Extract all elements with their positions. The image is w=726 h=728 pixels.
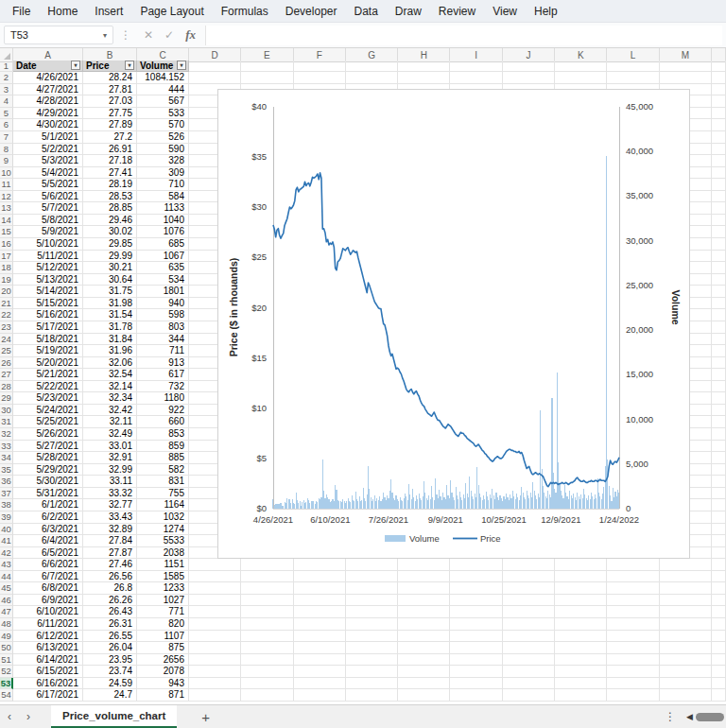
row-header-27[interactable]: 27 xyxy=(0,369,13,381)
cell-price[interactable]: 26.55 xyxy=(83,631,137,643)
cell[interactable] xyxy=(189,666,241,678)
cell[interactable] xyxy=(294,606,346,618)
row-header-37[interactable]: 37 xyxy=(0,488,13,500)
cell[interactable] xyxy=(241,689,293,702)
filter-button[interactable]: ▾ xyxy=(125,61,134,70)
cell-price[interactable]: 26.04 xyxy=(83,642,137,654)
cell[interactable] xyxy=(712,631,726,643)
cell-volume[interactable]: 803 xyxy=(137,321,189,334)
cell[interactable] xyxy=(712,618,726,631)
cell-price[interactable]: 31.75 xyxy=(83,286,137,298)
cell-volume[interactable]: 711 xyxy=(137,345,189,357)
cell[interactable] xyxy=(712,286,726,298)
row-header-19[interactable]: 19 xyxy=(0,274,13,286)
cell-price[interactable]: 28.53 xyxy=(83,191,137,203)
cell[interactable] xyxy=(294,689,346,702)
row-header-21[interactable]: 21 xyxy=(0,298,13,310)
row-header-24[interactable]: 24 xyxy=(0,334,13,346)
row-header-53[interactable]: 53 xyxy=(0,678,13,690)
cell[interactable] xyxy=(450,642,502,654)
row-header-11[interactable]: 11 xyxy=(0,179,13,191)
cell[interactable] xyxy=(712,392,726,405)
row-header-43[interactable]: 43 xyxy=(0,559,13,571)
cell[interactable] xyxy=(712,642,726,654)
cell[interactable] xyxy=(712,488,726,500)
cell[interactable] xyxy=(346,595,398,607)
cell-volume[interactable]: 1067 xyxy=(137,251,189,263)
cell[interactable] xyxy=(660,678,712,690)
cell-date[interactable]: 6/12/2021 xyxy=(13,631,83,643)
cell-volume[interactable]: 567 xyxy=(137,95,189,108)
cell-date[interactable]: 5/18/2021 xyxy=(13,334,83,346)
cell[interactable] xyxy=(346,582,398,595)
hscrollbar-thumb[interactable] xyxy=(696,713,724,721)
cell[interactable] xyxy=(450,61,502,73)
cell[interactable] xyxy=(660,606,712,618)
cell[interactable] xyxy=(346,618,398,631)
cell[interactable] xyxy=(398,72,450,84)
cell-price[interactable]: 26.91 xyxy=(83,144,137,156)
cell[interactable] xyxy=(660,595,712,607)
cell-price[interactable]: 27.2 xyxy=(83,131,137,144)
cell[interactable] xyxy=(712,95,726,108)
cell-date[interactable]: 6/13/2021 xyxy=(13,642,83,654)
cell-date[interactable]: 6/2/2021 xyxy=(13,511,83,524)
cell[interactable] xyxy=(450,606,502,618)
cell[interactable] xyxy=(712,334,726,346)
row-header-45[interactable]: 45 xyxy=(0,582,13,595)
cell-date[interactable]: 5/24/2021 xyxy=(13,405,83,417)
cell[interactable] xyxy=(346,72,398,84)
cell[interactable] xyxy=(607,61,659,73)
cell[interactable] xyxy=(712,689,726,702)
cell-date[interactable]: 5/30/2021 xyxy=(13,476,83,488)
cell[interactable] xyxy=(450,631,502,643)
cell[interactable] xyxy=(346,571,398,583)
cell-date[interactable]: 6/7/2021 xyxy=(13,571,83,583)
cell-price[interactable]: 27.46 xyxy=(83,559,137,571)
cell[interactable] xyxy=(241,595,293,607)
cell[interactable] xyxy=(712,582,726,595)
cell[interactable] xyxy=(712,666,726,678)
cell[interactable] xyxy=(712,202,726,215)
cell[interactable] xyxy=(712,274,726,286)
row-header-26[interactable]: 26 xyxy=(0,357,13,370)
row-header-25[interactable]: 25 xyxy=(0,345,13,357)
row-header-35[interactable]: 35 xyxy=(0,464,13,477)
cell-date[interactable]: 6/6/2021 xyxy=(13,559,83,571)
cell-price[interactable]: 26.56 xyxy=(83,571,137,583)
cell[interactable] xyxy=(189,631,241,643)
row-header-10[interactable]: 10 xyxy=(0,167,13,180)
cell[interactable] xyxy=(241,606,293,618)
cell[interactable] xyxy=(503,654,555,667)
cell[interactable] xyxy=(241,582,293,595)
filter-button[interactable]: ▾ xyxy=(71,61,80,70)
cell[interactable] xyxy=(555,571,607,583)
cell[interactable] xyxy=(189,678,241,690)
cell[interactable] xyxy=(503,606,555,618)
cell[interactable] xyxy=(346,654,398,667)
cell[interactable] xyxy=(555,72,607,84)
cell[interactable] xyxy=(712,167,726,180)
cell-date[interactable]: 5/8/2021 xyxy=(13,215,83,227)
cell-price[interactable]: 31.96 xyxy=(83,345,137,357)
cell[interactable] xyxy=(294,666,346,678)
row-header-13[interactable]: 13 xyxy=(0,202,13,215)
cell[interactable] xyxy=(294,654,346,667)
menu-item-insert[interactable]: Insert xyxy=(86,0,131,23)
row-header-28[interactable]: 28 xyxy=(0,381,13,393)
menu-item-help[interactable]: Help xyxy=(526,0,566,23)
cell[interactable] xyxy=(189,606,241,618)
cell-volume[interactable]: 444 xyxy=(137,84,189,96)
cell[interactable] xyxy=(241,61,293,73)
cell-volume[interactable]: 2038 xyxy=(137,547,189,560)
cell[interactable] xyxy=(555,678,607,690)
cell[interactable] xyxy=(346,631,398,643)
cell[interactable] xyxy=(712,72,726,84)
cell-date[interactable]: 5/22/2021 xyxy=(13,381,83,393)
cell-date[interactable]: 5/2/2021 xyxy=(13,144,83,156)
cell-volume[interactable]: 1233 xyxy=(137,582,189,595)
cell[interactable] xyxy=(450,678,502,690)
confirm-check-icon[interactable]: ✓ xyxy=(159,28,180,42)
menu-item-data[interactable]: Data xyxy=(345,0,386,23)
cell-price[interactable]: 32.91 xyxy=(83,452,137,464)
